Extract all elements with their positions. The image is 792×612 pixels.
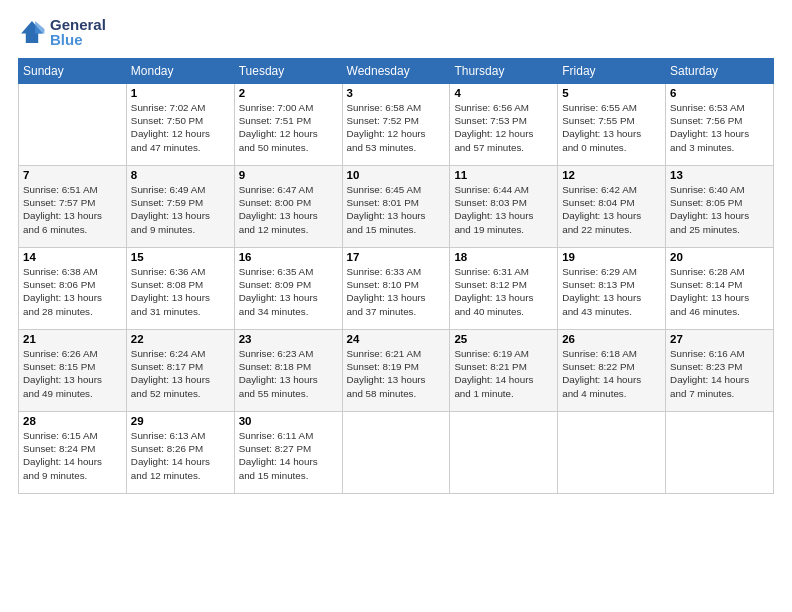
cell-info: Sunrise: 6:26 AM Sunset: 8:15 PM Dayligh… [23, 347, 122, 400]
calendar-cell [558, 412, 666, 494]
cell-info: Sunrise: 6:19 AM Sunset: 8:21 PM Dayligh… [454, 347, 553, 400]
day-number: 19 [562, 251, 661, 263]
day-number: 1 [131, 87, 230, 99]
calendar-cell [450, 412, 558, 494]
cell-info: Sunrise: 6:38 AM Sunset: 8:06 PM Dayligh… [23, 265, 122, 318]
week-row-2: 7Sunrise: 6:51 AM Sunset: 7:57 PM Daylig… [19, 166, 774, 248]
calendar-cell: 25Sunrise: 6:19 AM Sunset: 8:21 PM Dayli… [450, 330, 558, 412]
cell-info: Sunrise: 6:16 AM Sunset: 8:23 PM Dayligh… [670, 347, 769, 400]
calendar-cell: 13Sunrise: 6:40 AM Sunset: 8:05 PM Dayli… [666, 166, 774, 248]
day-number: 12 [562, 169, 661, 181]
column-header-thursday: Thursday [450, 59, 558, 84]
calendar-cell: 16Sunrise: 6:35 AM Sunset: 8:09 PM Dayli… [234, 248, 342, 330]
calendar-cell: 28Sunrise: 6:15 AM Sunset: 8:24 PM Dayli… [19, 412, 127, 494]
day-number: 17 [347, 251, 446, 263]
calendar-cell: 24Sunrise: 6:21 AM Sunset: 8:19 PM Dayli… [342, 330, 450, 412]
cell-info: Sunrise: 6:55 AM Sunset: 7:55 PM Dayligh… [562, 101, 661, 154]
day-number: 7 [23, 169, 122, 181]
cell-info: Sunrise: 6:40 AM Sunset: 8:05 PM Dayligh… [670, 183, 769, 236]
calendar-cell [666, 412, 774, 494]
calendar-cell: 22Sunrise: 6:24 AM Sunset: 8:17 PM Dayli… [126, 330, 234, 412]
cell-info: Sunrise: 6:11 AM Sunset: 8:27 PM Dayligh… [239, 429, 338, 482]
cell-info: Sunrise: 6:23 AM Sunset: 8:18 PM Dayligh… [239, 347, 338, 400]
day-number: 30 [239, 415, 338, 427]
calendar-cell: 4Sunrise: 6:56 AM Sunset: 7:53 PM Daylig… [450, 84, 558, 166]
cell-info: Sunrise: 6:56 AM Sunset: 7:53 PM Dayligh… [454, 101, 553, 154]
day-number: 8 [131, 169, 230, 181]
page-container: General Blue SundayMondayTuesdayWednesda… [0, 0, 792, 504]
calendar-cell: 20Sunrise: 6:28 AM Sunset: 8:14 PM Dayli… [666, 248, 774, 330]
day-number: 27 [670, 333, 769, 345]
day-number: 9 [239, 169, 338, 181]
day-number: 24 [347, 333, 446, 345]
svg-marker-1 [35, 21, 44, 33]
cell-info: Sunrise: 6:29 AM Sunset: 8:13 PM Dayligh… [562, 265, 661, 318]
calendar-cell: 2Sunrise: 7:00 AM Sunset: 7:51 PM Daylig… [234, 84, 342, 166]
day-number: 10 [347, 169, 446, 181]
day-number: 20 [670, 251, 769, 263]
column-header-friday: Friday [558, 59, 666, 84]
calendar-cell: 14Sunrise: 6:38 AM Sunset: 8:06 PM Dayli… [19, 248, 127, 330]
cell-info: Sunrise: 6:51 AM Sunset: 7:57 PM Dayligh… [23, 183, 122, 236]
cell-info: Sunrise: 6:33 AM Sunset: 8:10 PM Dayligh… [347, 265, 446, 318]
logo: General Blue [18, 16, 106, 48]
cell-info: Sunrise: 7:00 AM Sunset: 7:51 PM Dayligh… [239, 101, 338, 154]
calendar-cell: 7Sunrise: 6:51 AM Sunset: 7:57 PM Daylig… [19, 166, 127, 248]
cell-info: Sunrise: 6:35 AM Sunset: 8:09 PM Dayligh… [239, 265, 338, 318]
calendar-cell: 1Sunrise: 7:02 AM Sunset: 7:50 PM Daylig… [126, 84, 234, 166]
calendar-cell: 5Sunrise: 6:55 AM Sunset: 7:55 PM Daylig… [558, 84, 666, 166]
day-number: 25 [454, 333, 553, 345]
calendar-cell: 26Sunrise: 6:18 AM Sunset: 8:22 PM Dayli… [558, 330, 666, 412]
day-number: 14 [23, 251, 122, 263]
calendar-cell: 30Sunrise: 6:11 AM Sunset: 8:27 PM Dayli… [234, 412, 342, 494]
calendar-cell: 19Sunrise: 6:29 AM Sunset: 8:13 PM Dayli… [558, 248, 666, 330]
calendar-cell: 23Sunrise: 6:23 AM Sunset: 8:18 PM Dayli… [234, 330, 342, 412]
column-header-tuesday: Tuesday [234, 59, 342, 84]
logo-icon [18, 18, 46, 46]
cell-info: Sunrise: 6:15 AM Sunset: 8:24 PM Dayligh… [23, 429, 122, 482]
cell-info: Sunrise: 7:02 AM Sunset: 7:50 PM Dayligh… [131, 101, 230, 154]
cell-info: Sunrise: 6:18 AM Sunset: 8:22 PM Dayligh… [562, 347, 661, 400]
day-number: 29 [131, 415, 230, 427]
day-number: 11 [454, 169, 553, 181]
calendar-cell: 9Sunrise: 6:47 AM Sunset: 8:00 PM Daylig… [234, 166, 342, 248]
week-row-3: 14Sunrise: 6:38 AM Sunset: 8:06 PM Dayli… [19, 248, 774, 330]
day-number: 13 [670, 169, 769, 181]
header-row: General Blue [18, 16, 774, 48]
week-row-4: 21Sunrise: 6:26 AM Sunset: 8:15 PM Dayli… [19, 330, 774, 412]
calendar-cell: 15Sunrise: 6:36 AM Sunset: 8:08 PM Dayli… [126, 248, 234, 330]
calendar-cell: 17Sunrise: 6:33 AM Sunset: 8:10 PM Dayli… [342, 248, 450, 330]
column-header-sunday: Sunday [19, 59, 127, 84]
calendar-cell: 21Sunrise: 6:26 AM Sunset: 8:15 PM Dayli… [19, 330, 127, 412]
calendar-header-row: SundayMondayTuesdayWednesdayThursdayFrid… [19, 59, 774, 84]
day-number: 2 [239, 87, 338, 99]
calendar-cell: 3Sunrise: 6:58 AM Sunset: 7:52 PM Daylig… [342, 84, 450, 166]
cell-info: Sunrise: 6:36 AM Sunset: 8:08 PM Dayligh… [131, 265, 230, 318]
cell-info: Sunrise: 6:44 AM Sunset: 8:03 PM Dayligh… [454, 183, 553, 236]
cell-info: Sunrise: 6:42 AM Sunset: 8:04 PM Dayligh… [562, 183, 661, 236]
day-number: 16 [239, 251, 338, 263]
calendar-cell: 27Sunrise: 6:16 AM Sunset: 8:23 PM Dayli… [666, 330, 774, 412]
cell-info: Sunrise: 6:24 AM Sunset: 8:17 PM Dayligh… [131, 347, 230, 400]
calendar-cell: 29Sunrise: 6:13 AM Sunset: 8:26 PM Dayli… [126, 412, 234, 494]
calendar-cell: 8Sunrise: 6:49 AM Sunset: 7:59 PM Daylig… [126, 166, 234, 248]
day-number: 5 [562, 87, 661, 99]
cell-info: Sunrise: 6:58 AM Sunset: 7:52 PM Dayligh… [347, 101, 446, 154]
logo-text: General Blue [50, 16, 106, 48]
week-row-1: 1Sunrise: 7:02 AM Sunset: 7:50 PM Daylig… [19, 84, 774, 166]
cell-info: Sunrise: 6:31 AM Sunset: 8:12 PM Dayligh… [454, 265, 553, 318]
cell-info: Sunrise: 6:13 AM Sunset: 8:26 PM Dayligh… [131, 429, 230, 482]
column-header-monday: Monday [126, 59, 234, 84]
day-number: 21 [23, 333, 122, 345]
calendar-cell: 11Sunrise: 6:44 AM Sunset: 8:03 PM Dayli… [450, 166, 558, 248]
cell-info: Sunrise: 6:49 AM Sunset: 7:59 PM Dayligh… [131, 183, 230, 236]
cell-info: Sunrise: 6:53 AM Sunset: 7:56 PM Dayligh… [670, 101, 769, 154]
cell-info: Sunrise: 6:45 AM Sunset: 8:01 PM Dayligh… [347, 183, 446, 236]
calendar-cell: 12Sunrise: 6:42 AM Sunset: 8:04 PM Dayli… [558, 166, 666, 248]
day-number: 3 [347, 87, 446, 99]
calendar-cell: 6Sunrise: 6:53 AM Sunset: 7:56 PM Daylig… [666, 84, 774, 166]
day-number: 6 [670, 87, 769, 99]
column-header-saturday: Saturday [666, 59, 774, 84]
cell-info: Sunrise: 6:28 AM Sunset: 8:14 PM Dayligh… [670, 265, 769, 318]
day-number: 26 [562, 333, 661, 345]
